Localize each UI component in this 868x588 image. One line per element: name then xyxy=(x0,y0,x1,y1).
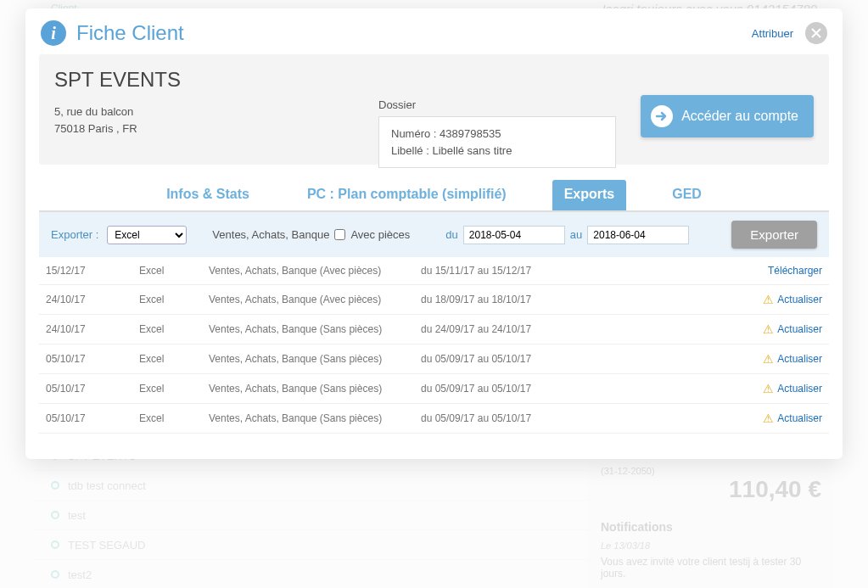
export-period: du 18/09/17 au 18/10/17 xyxy=(421,294,641,305)
client-name: SPT EVENTS xyxy=(54,68,814,92)
export-button[interactable]: Exporter xyxy=(731,221,817,249)
export-content: Ventes, Achats, Banque (Avec pièces) xyxy=(209,265,421,277)
modal-header: i Fiche Client Attribuer xyxy=(25,8,843,54)
export-period: du 24/09/17 au 24/10/17 xyxy=(421,323,641,335)
export-toolbar: Exporter : Excel Ventes, Achats, Banque … xyxy=(39,212,829,257)
export-date: 24/10/17 xyxy=(46,323,139,335)
export-row: 15/12/17ExcelVentes, Achats, Banque (Ave… xyxy=(39,257,829,285)
export-period: du 05/09/17 au 05/10/17 xyxy=(421,412,641,424)
date-from-input[interactable] xyxy=(463,226,565,244)
export-format: Excel xyxy=(139,353,209,365)
export-content: Ventes, Achats, Banque (Avec pièces) xyxy=(209,294,421,305)
export-content: Ventes, Achats, Banque (Sans pièces) xyxy=(209,353,421,365)
close-icon xyxy=(811,28,821,38)
export-row: 05/10/17ExcelVentes, Achats, Banque (San… xyxy=(39,344,829,374)
export-date: 05/10/17 xyxy=(46,353,139,365)
warning-icon: ⚠ xyxy=(763,352,774,366)
access-account-button[interactable]: Accéder au compte xyxy=(641,95,814,137)
access-button-label: Accéder au compte xyxy=(681,109,798,124)
arrow-right-icon xyxy=(651,105,673,127)
export-format: Excel xyxy=(139,265,209,277)
export-action-link[interactable]: ⚠Actualiser xyxy=(763,322,822,336)
dossier-label: Dossier xyxy=(378,98,616,111)
export-types: Ventes, Achats, Banque Avec pièces xyxy=(212,228,410,241)
date-to-input[interactable] xyxy=(587,226,689,244)
export-date: 05/10/17 xyxy=(46,383,139,395)
warning-icon: ⚠ xyxy=(763,322,774,336)
warning-icon: ⚠ xyxy=(763,382,774,395)
export-types-text: Ventes, Achats, Banque xyxy=(212,228,329,241)
attribuer-link[interactable]: Attribuer xyxy=(752,27,793,40)
export-date: 05/10/17 xyxy=(46,412,139,424)
export-row: 24/10/17ExcelVentes, Achats, Banque (Ave… xyxy=(39,285,829,315)
close-button[interactable] xyxy=(805,22,827,44)
export-format: Excel xyxy=(139,412,209,424)
info-icon: i xyxy=(41,20,66,46)
client-modal: i Fiche Client Attribuer SPT EVENTS 5, r… xyxy=(25,8,843,459)
modal-title: Fiche Client xyxy=(76,21,184,45)
export-action-label: Télécharger xyxy=(768,265,822,277)
export-history-table: 15/12/17ExcelVentes, Achats, Banque (Ave… xyxy=(39,257,829,434)
tab-3[interactable]: GED xyxy=(660,180,714,210)
with-pieces-label: Avec pièces xyxy=(350,228,410,241)
dossier-box: Numéro : 4389798535 Libellé : Libellé sa… xyxy=(378,116,616,168)
export-date: 15/12/17 xyxy=(46,265,139,277)
export-format: Excel xyxy=(139,294,209,305)
export-action-link[interactable]: ⚠Actualiser xyxy=(763,412,822,425)
client-info-box: SPT EVENTS 5, rue du balcon 75018 Paris … xyxy=(39,54,829,165)
export-format-select[interactable]: Excel xyxy=(107,226,187,244)
export-row: 05/10/17ExcelVentes, Achats, Banque (San… xyxy=(39,404,829,434)
dossier-lib: Libellé : Libellé sans titre xyxy=(391,143,603,160)
export-action-link[interactable]: ⚠Actualiser xyxy=(763,293,822,306)
export-format: Excel xyxy=(139,383,209,395)
export-action-label: Actualiser xyxy=(777,294,822,305)
export-row: 05/10/17ExcelVentes, Achats, Banque (San… xyxy=(39,374,829,404)
au-label: au xyxy=(570,228,582,241)
export-period: du 15/11/17 au 15/12/17 xyxy=(421,265,641,277)
export-content: Ventes, Achats, Banque (Sans pièces) xyxy=(209,412,421,424)
tab-1[interactable]: PC : Plan comptable (simplifié) xyxy=(295,180,518,210)
export-label: Exporter : xyxy=(51,228,98,241)
export-date: 24/10/17 xyxy=(46,294,139,305)
warning-icon: ⚠ xyxy=(763,293,774,306)
dossier-num: Numéro : 4389798535 xyxy=(391,126,603,143)
du-label: du xyxy=(445,228,457,241)
tab-2[interactable]: Exports xyxy=(552,180,627,210)
tab-bar: Infos & StatsPC : Plan comptable (simpli… xyxy=(39,180,829,212)
export-period: du 05/09/17 au 05/10/17 xyxy=(421,353,641,365)
export-content: Ventes, Achats, Banque (Sans pièces) xyxy=(209,383,421,395)
export-action-link[interactable]: ⚠Actualiser xyxy=(763,352,822,366)
tab-0[interactable]: Infos & Stats xyxy=(154,180,261,210)
export-action-label: Actualiser xyxy=(777,323,822,335)
export-action-link[interactable]: ⚠Actualiser xyxy=(763,382,822,395)
export-format: Excel xyxy=(139,323,209,335)
with-pieces-checkbox[interactable] xyxy=(334,229,345,240)
export-period: du 05/09/17 au 05/10/17 xyxy=(421,383,641,395)
dossier-section: Dossier Numéro : 4389798535 Libellé : Li… xyxy=(378,98,616,168)
export-action-label: Actualiser xyxy=(777,412,822,424)
export-action-label: Actualiser xyxy=(777,353,822,365)
export-action-link[interactable]: Télécharger xyxy=(768,265,822,277)
export-row: 24/10/17ExcelVentes, Achats, Banque (San… xyxy=(39,315,829,344)
export-action-label: Actualiser xyxy=(777,383,822,395)
warning-icon: ⚠ xyxy=(763,412,774,425)
export-content: Ventes, Achats, Banque (Sans pièces) xyxy=(209,323,421,335)
